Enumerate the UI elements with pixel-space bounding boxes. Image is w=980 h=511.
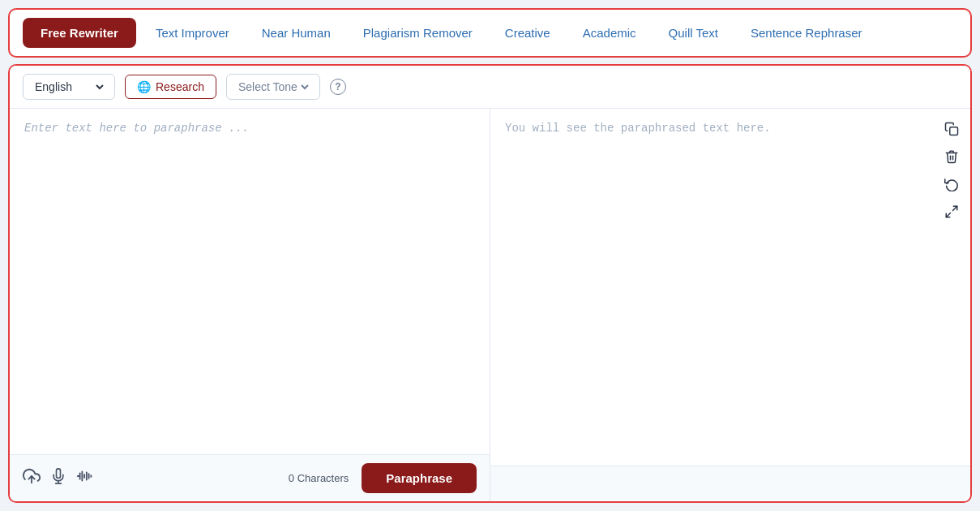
svg-rect-10 [950,127,958,135]
upload-icon[interactable] [23,467,41,489]
left-panel: 0 Characters Paraphrase [10,109,490,501]
nav-link-creative[interactable]: Creative [492,19,563,46]
expand-icon[interactable] [944,204,959,222]
globe-icon: 🌐 [137,80,151,93]
audio-wave-icon[interactable] [76,467,94,489]
nav-link-academic[interactable]: Academic [570,19,649,46]
nav-link-near-human[interactable]: Near Human [249,19,344,46]
right-bottom-bar [490,466,970,501]
undo-icon[interactable] [944,177,959,195]
main-content: English Spanish French German Italian Po… [8,64,972,503]
input-textarea[interactable] [10,109,490,454]
research-button[interactable]: 🌐 Research [125,75,216,99]
nav-bar: Free Rewriter Text Improver Near Human P… [8,8,972,58]
paraphrase-button[interactable]: Paraphrase [362,463,477,493]
right-panel: You will see the paraphrased text here. [490,109,970,501]
tone-selector[interactable]: Select Tone Formal Informal Creative Aca… [226,74,320,100]
output-text: You will see the paraphrased text here. [490,109,970,466]
bottom-icons [23,467,94,489]
nav-link-quill-text[interactable]: Quill Text [656,19,731,46]
toolbar: English Spanish French German Italian Po… [10,66,970,109]
tone-select-input[interactable]: Select Tone Formal Informal Creative Aca… [235,79,311,94]
nav-link-text-improver[interactable]: Text Improver [143,19,242,46]
copy-icon[interactable] [944,122,959,140]
nav-link-plagiarism-remover[interactable]: Plagiarism Remover [350,19,486,46]
left-bottom-bar: 0 Characters Paraphrase [10,454,490,501]
language-selector[interactable]: English Spanish French German Italian Po… [23,74,115,100]
editor-area: 0 Characters Paraphrase You will see the… [10,109,970,501]
svg-line-11 [953,206,957,210]
language-select-input[interactable]: English Spanish French German Italian Po… [32,79,106,94]
free-rewriter-button[interactable]: Free Rewriter [23,18,136,48]
right-action-icons [944,122,959,222]
help-icon[interactable]: ? [330,79,346,95]
research-label: Research [156,80,204,93]
nav-link-sentence-rephraser[interactable]: Sentence Rephraser [738,19,875,46]
delete-icon[interactable] [944,149,959,167]
svg-line-12 [946,213,950,217]
char-count: 0 Characters [289,472,349,484]
app-wrapper: Free Rewriter Text Improver Near Human P… [0,0,980,511]
microphone-icon[interactable] [50,467,66,489]
